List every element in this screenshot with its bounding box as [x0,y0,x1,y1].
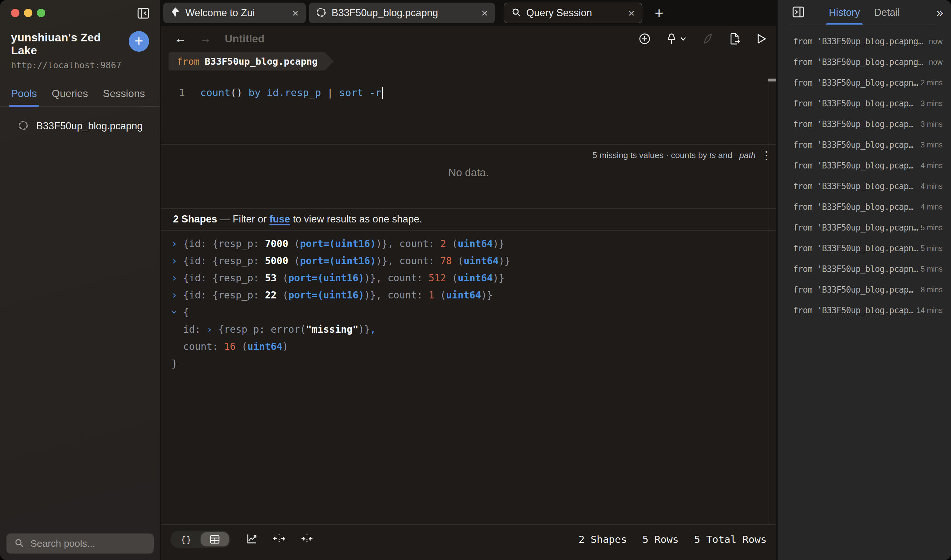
fuse-link[interactable]: fuse [270,213,290,225]
history-time: 4 mins [920,182,943,191]
lake-header: yunshiuan's Zed Lake http://localhost:98… [0,31,160,70]
tab-detail[interactable]: Detail [874,0,900,25]
table-view-button[interactable] [200,532,229,546]
history-item[interactable]: from 'B33F50up_blog.pcap…8 mins [778,279,951,300]
history-time: 5 mins [920,223,943,232]
history-time: 8 mins [920,286,943,294]
pane-divider [769,80,769,524]
minimize-window-button[interactable] [24,9,32,17]
collapse-right-panel-icon[interactable] [792,6,804,19]
session-toolbar: ← → Untitled [161,26,776,52]
history-item[interactable]: from 'B33F50up_blog.pcapn…5 mins [778,238,951,258]
result-row[interactable]: › {id: {resp_p: 22 (port=(uint16))}, cou… [171,286,776,304]
results-footer: {} 2 Shapes 5 Rows 5 To [161,525,776,554]
history-query: from 'B33F50up_blog.pcapn… [793,243,919,253]
history-time: 5 mins [920,265,943,274]
history-time: 3 mins [920,120,943,129]
table-icon [210,534,220,544]
query-editor[interactable]: 1 count() by id.resp_p | sort -r [161,77,776,144]
close-tab-icon[interactable]: × [292,8,299,18]
history-item[interactable]: from 'B33F50up_blog.pcap…4 mins [778,176,951,197]
tab-history[interactable]: History [829,0,860,25]
result-row[interactable]: › {id: {resp_p: 5000 (port=(uint16))}, c… [171,252,776,269]
chevrons-right-icon[interactable]: » [936,6,943,20]
new-query-icon[interactable] [638,33,651,45]
history-item[interactable]: from 'B33F50up_blog.pcap…14 mins [778,300,951,321]
pin-query-icon[interactable] [666,33,686,45]
results-list: › {id: {resp_p: 7000 (port=(uint16))}, c… [161,231,776,525]
back-button[interactable]: ← [174,32,187,46]
new-tab-button[interactable]: + [655,6,663,20]
history-item[interactable]: from 'B33F50up_blog.pcap…3 mins [778,114,951,134]
maximize-window-button[interactable] [37,9,45,17]
raw-view-button[interactable]: {} [172,532,200,546]
history-item[interactable]: from 'B33F50up_blog.pcap…3 mins [778,93,951,114]
history-item[interactable]: from 'B33F50up_blog.pcapn…2 mins [778,72,951,93]
result-row[interactable]: › {id: {resp_p: 7000 (port=(uint16))}, c… [171,235,776,252]
pool-search-box [6,534,154,554]
pool-icon [18,120,28,132]
result-row[interactable]: › {id: {resp_p: 53 (port=(uint16))}, cou… [171,269,776,286]
result-row[interactable]: } [171,355,776,372]
tab-welcome[interactable]: Welcome to Zui × [163,3,306,23]
session-title: Untitled [225,33,265,45]
history-query: from 'B33F50up_blog.pcapn… [793,264,919,274]
history-query: from 'B33F50up_blog.pcap… [793,306,915,315]
close-tab-icon[interactable]: × [481,8,488,18]
tab-label: Query Session [526,7,620,19]
result-row[interactable]: id: › {resp_p: error("missing")}, [171,321,776,338]
kebab-menu-icon[interactable]: ⋮ [761,150,771,161]
shapes-text: — Filter or [217,213,270,225]
search-icon [14,538,24,549]
history-time: 5 mins [920,244,943,253]
results-note: 5 missing ts values · counts by ts and _… [593,150,755,160]
history-query: from 'B33F50up_blog.pcapn… [793,223,919,232]
add-pool-button[interactable]: + [129,31,149,52]
history-item[interactable]: from 'B33F50up_blog.pcapn…5 mins [778,217,951,238]
history-time: 3 mins [920,141,943,149]
history-query: from 'B33F50up_blog.pcapng… [793,57,928,67]
total-rows-stat: 5 Total Rows [694,534,767,545]
tab-pools[interactable]: Pools [11,88,37,106]
expand-columns-icon[interactable] [273,533,286,545]
text-cursor [382,87,383,99]
tab-pool-pcapng[interactable]: B33F50up_blog.pcapng × [309,3,495,23]
result-row[interactable]: › { [171,304,776,321]
forward-button[interactable]: → [199,32,211,46]
collapse-left-panel-icon[interactable] [137,8,149,19]
tab-query-session[interactable]: Query Session × [504,3,643,23]
tab-sessions[interactable]: Sessions [103,88,145,106]
history-query: from 'B33F50up_blog.pcap… [793,202,919,212]
search-input[interactable] [31,538,147,549]
braces-icon: {} [180,534,193,545]
history-query: from 'B33F50up_blog.pcap… [793,161,919,171]
pool-icon [316,7,327,19]
right-panel-header: History Detail » [778,0,951,25]
close-tab-icon[interactable]: × [628,8,635,18]
run-query-icon[interactable] [755,33,767,45]
from-pill-row: from B33F50up_blog.pcapng [161,52,776,77]
history-item[interactable]: from 'B33F50up_blog.pcapng…now [778,31,951,52]
export-results-icon[interactable] [729,32,741,45]
history-item[interactable]: from 'B33F50up_blog.pcap…4 mins [778,197,951,217]
collapse-columns-icon[interactable] [301,533,313,545]
chart-view-icon[interactable] [246,533,258,545]
history-time: 4 mins [920,162,943,170]
query-code[interactable]: count() by id.resp_p | sort -r [200,87,381,144]
history-item[interactable]: from 'B33F50up_blog.pcapn…5 mins [778,258,951,279]
tab-queries[interactable]: Queries [52,88,88,106]
scrollbar-thumb[interactable] [768,78,776,82]
history-item[interactable]: from 'B33F50up_blog.pcapng…now [778,52,951,72]
result-row[interactable]: count: 16 (uint64) [171,338,776,355]
close-window-button[interactable] [11,9,19,17]
history-item[interactable]: from 'B33F50up_blog.pcap…4 mins [778,155,951,176]
shapes-stat: 2 Shapes [579,534,627,545]
tab-bar: Welcome to Zui × B33F50up_blog.pcapng × … [161,0,776,26]
history-time: 4 mins [920,203,943,211]
history-item[interactable]: from 'B33F50up_blog.pcap…3 mins [778,134,951,155]
brim-fin-icon[interactable] [701,33,714,45]
history-query: from 'B33F50up_blog.pcapn… [793,78,919,88]
left-sidebar: yunshiuan's Zed Lake http://localhost:98… [0,0,161,560]
from-pin-pill[interactable]: from B33F50up_blog.pcapng [168,52,334,71]
pool-list-item[interactable]: B33F50up_blog.pcapng [0,118,160,134]
